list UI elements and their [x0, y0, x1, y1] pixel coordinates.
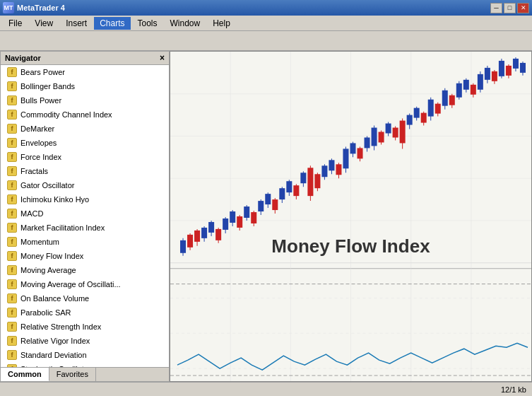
list-item-label: Standard Deviation	[20, 351, 87, 359]
svg-rect-37	[237, 216, 242, 228]
app-icon: MT	[3, 2, 14, 13]
svg-rect-85	[407, 115, 413, 125]
menu-charts[interactable]: Charts	[94, 17, 130, 30]
list-item-label: Parabolic SAR	[20, 308, 71, 317]
list-item-label: Momentum	[20, 238, 59, 246]
list-item-label: On Balance Volume	[20, 294, 89, 303]
indicator-icon: f	[6, 236, 18, 248]
list-item-label: Bulls Power	[20, 96, 61, 105]
navigator-panel: Navigator × fBears PowerfBollinger Bands…	[0, 51, 170, 382]
list-item[interactable]: fMoving Average of Oscillati...	[1, 277, 169, 291]
navigator-close-button[interactable]: ×	[160, 53, 165, 63]
navigator-list[interactable]: fBears PowerfBollinger BandsfBulls Power…	[1, 65, 169, 367]
tab-favorites[interactable]: Favorites	[49, 368, 96, 381]
svg-rect-117	[520, 63, 526, 73]
close-button[interactable]: ✕	[517, 3, 529, 13]
list-item[interactable]: fRelative Vigor Index	[1, 334, 169, 348]
chart-svg: Money Flow Index	[170, 52, 531, 381]
svg-rect-47	[272, 199, 278, 210]
navigator-title: Navigator	[5, 54, 41, 62]
status-right: 12/1 kb	[501, 385, 526, 394]
tab-common[interactable]: Common	[1, 368, 49, 381]
list-item[interactable]: fBears Power	[1, 65, 169, 79]
indicator-icon: f	[6, 151, 18, 163]
indicator-icon: f	[6, 194, 18, 205]
menu-insert[interactable]: Insert	[60, 17, 93, 30]
list-item-label: Fractals	[20, 167, 48, 175]
list-item[interactable]: fEnvelopes	[1, 136, 169, 150]
svg-rect-67	[343, 148, 348, 168]
svg-rect-25	[194, 231, 200, 242]
title-bar-text: MetaTrader 4	[17, 4, 65, 12]
svg-rect-61	[321, 165, 327, 177]
svg-rect-21	[180, 240, 186, 253]
list-item[interactable]: fBollinger Bands	[1, 79, 169, 93]
list-item[interactable]: fMoney Flow Index	[1, 249, 169, 263]
list-item[interactable]: fOn Balance Volume	[1, 291, 169, 305]
svg-rect-55	[300, 173, 306, 183]
svg-rect-79	[386, 124, 391, 134]
list-item[interactable]: fForce Index	[1, 150, 169, 164]
svg-rect-87	[414, 108, 420, 118]
svg-rect-107	[485, 68, 490, 80]
indicator-icon: f	[6, 250, 18, 262]
list-item-label: Ichimoku Kinko Hyo	[20, 195, 89, 204]
menu-window[interactable]: Window	[165, 17, 206, 30]
menu-file[interactable]: File	[3, 17, 28, 30]
svg-rect-29	[208, 222, 214, 233]
indicator-icon: f	[6, 321, 18, 332]
svg-rect-39	[244, 206, 249, 218]
list-item[interactable]: fCommodity Channel Index	[1, 107, 169, 122]
svg-rect-65	[336, 164, 341, 175]
svg-rect-71	[357, 148, 363, 158]
svg-rect-59	[314, 174, 320, 188]
svg-rect-43	[258, 201, 264, 211]
list-item[interactable]: fParabolic SAR	[1, 305, 169, 320]
indicator-icon: f	[6, 137, 18, 148]
list-item[interactable]: fMomentum	[1, 235, 169, 249]
minimize-button[interactable]: ─	[490, 3, 502, 13]
list-item-label: Relative Strength Index	[20, 322, 101, 331]
list-item[interactable]: fDeMarker	[1, 122, 169, 136]
list-item[interactable]: fMarket Facilitation Index	[1, 221, 169, 235]
list-item[interactable]: fStandard Deviation	[1, 348, 169, 362]
menu-tools[interactable]: Tools	[132, 17, 163, 30]
list-item-label: Gator Oscillator	[20, 181, 74, 190]
indicator-icon: f	[6, 335, 18, 346]
navigator-header: Navigator ×	[1, 52, 169, 65]
indicator-icon: f	[6, 293, 18, 304]
list-item[interactable]: fMACD	[1, 206, 169, 221]
list-item[interactable]: fRelative Strength Index	[1, 320, 169, 334]
list-item[interactable]: fMoving Average	[1, 263, 169, 277]
indicator-icon: f	[6, 165, 18, 177]
indicator-icon: f	[6, 123, 18, 134]
title-bar-controls: ─ □ ✕	[490, 3, 529, 13]
indicator-icon: f	[6, 109, 18, 120]
menu-help[interactable]: Help	[207, 17, 236, 30]
list-item[interactable]: fIchimoku Kinko Hyo	[1, 192, 169, 206]
list-item[interactable]: fBulls Power	[1, 93, 169, 107]
list-item[interactable]: fStochastic Oscillator	[1, 362, 169, 367]
svg-rect-35	[230, 211, 235, 223]
indicator-icon: f	[6, 95, 18, 106]
maximize-button[interactable]: □	[504, 3, 516, 13]
indicator-icon: f	[6, 279, 18, 290]
list-item-label: Envelopes	[20, 139, 57, 147]
svg-rect-81	[393, 128, 398, 138]
svg-rect-49	[279, 188, 285, 199]
chart-area: Money Flow Index	[170, 51, 532, 382]
svg-rect-91	[428, 100, 434, 117]
list-item[interactable]: fFractals	[1, 164, 169, 178]
list-item[interactable]: fGator Oscillator	[1, 178, 169, 192]
indicator-icon: f	[6, 208, 18, 219]
indicator-icon: f	[6, 307, 18, 318]
svg-rect-73	[365, 137, 370, 148]
svg-rect-109	[492, 71, 497, 81]
svg-rect-97	[449, 95, 455, 105]
list-item-label: Money Flow Index	[20, 252, 83, 260]
svg-rect-93	[435, 104, 441, 114]
indicator-icon: f	[6, 81, 18, 92]
svg-rect-57	[307, 168, 313, 196]
svg-rect-45	[265, 194, 271, 204]
menu-view[interactable]: View	[29, 17, 59, 30]
